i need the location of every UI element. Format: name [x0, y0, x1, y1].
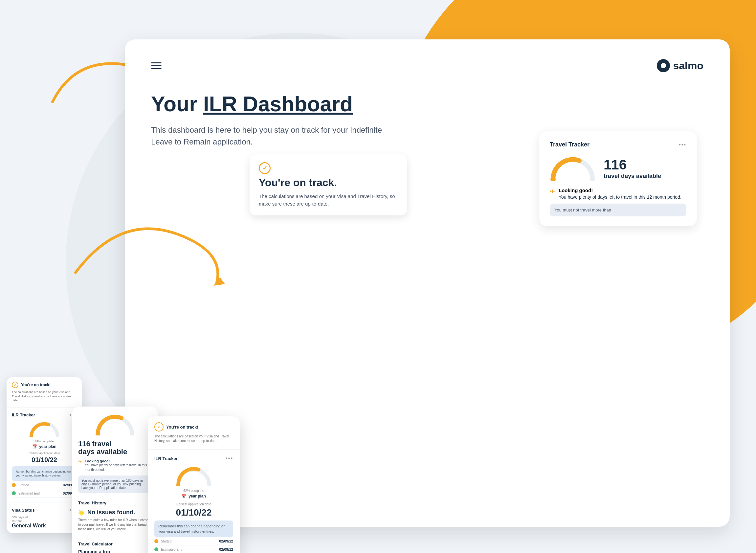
calendar-icon-small: 📅: [32, 444, 37, 449]
on-track-title: You're on track.: [259, 177, 398, 189]
small-estimated-row: Estimated End 02/09/12: [12, 489, 77, 497]
hero-subtitle: This dashboard is here to help you stay …: [151, 124, 397, 148]
status-dot-orange: [12, 483, 16, 487]
no-issues-emoji: 🌟: [78, 509, 85, 516]
checkmark-icon: ✓: [259, 162, 271, 174]
small-percent: 62% complete: [12, 440, 77, 443]
mid-tc-subtitle: Planning a trip: [78, 549, 152, 553]
small-started-row: Started 02/09/12: [12, 481, 77, 489]
ilr-tracker-title: ILR Tracker •••: [154, 456, 233, 461]
mid-warning: You must not travel more than 180 days i…: [78, 475, 152, 493]
looking-good-text: Looking good! You have plenty of days le…: [558, 187, 681, 200]
small-note: Remember this can change depending on yo…: [12, 466, 77, 481]
mid-th-desc: There are quite a few rules for ILR when…: [78, 518, 152, 532]
small-earliest-label: Earliest application date: [12, 452, 77, 455]
arc-svg: [550, 155, 596, 182]
mid-tc-title: Travel Calculator ••: [78, 541, 152, 546]
looking-good-desc: You have plenty of days left to travel i…: [558, 194, 681, 200]
phone-left: ✓ You're on track! The calculations are …: [7, 377, 82, 533]
travel-days-number: 116: [604, 157, 661, 172]
small-year-plan: 📅 year plan: [12, 444, 77, 449]
travel-days-info: 116 travel days available: [604, 157, 661, 179]
menu-button[interactable]: [151, 62, 162, 69]
small-ilr-title: ILR Tracker •••: [12, 412, 77, 418]
arc-wrap: 116 travel days available: [550, 155, 686, 182]
looking-good-title: Looking good!: [558, 187, 681, 193]
ilr-on-track-label: You're on track!: [166, 424, 198, 429]
small-on-track-label: You're on track!: [21, 383, 51, 387]
ilr-estimated-row: Estimated End 02/09/12: [154, 545, 233, 553]
title-prefix: Your: [151, 92, 203, 116]
travel-tracker-section: Travel Tracker ••• 116: [539, 131, 697, 226]
small-visa-type: General Work: [12, 523, 77, 529]
mid-th-title: Travel History •: [78, 499, 152, 506]
travel-tracker-menu[interactable]: •••: [679, 142, 686, 148]
logo-text: salmo: [673, 60, 703, 72]
small-days-left: 300 days left: [12, 516, 77, 519]
on-track-desc: The calculations are based on your Visa …: [259, 193, 398, 208]
ilr-status-green: [154, 547, 158, 551]
page-title: Your ILR Dashboard: [151, 92, 703, 116]
status-dot-green: [12, 491, 16, 495]
phone-ilr: ✓ You're on track! The calculations are …: [148, 416, 240, 553]
small-earliest-date: 01/10/22: [12, 456, 77, 464]
mid-no-issues: 🌟 No issues found.: [78, 509, 152, 516]
ilr-on-track-text: The calculations are based on your Visa …: [154, 434, 233, 443]
mid-plane-icon: ✈: [78, 459, 82, 464]
mid-days-num: 116 traveldays available: [78, 440, 152, 456]
travel-days-label: travel days available: [604, 173, 661, 180]
mid-looking-good-title: Looking good!: [85, 459, 152, 463]
header: salmo: [151, 59, 703, 72]
warning-text: You must not travel more than: [554, 208, 611, 213]
ilr-earliest-label: Earliest application date: [154, 502, 233, 506]
phone-mid: 116 traveldays available ✈ Looking good!…: [72, 406, 158, 553]
travel-tracker-header: Travel Tracker •••: [550, 141, 686, 148]
ilr-note: Remember this can change depending on yo…: [154, 521, 233, 537]
ilr-check-icon: ✓: [154, 422, 163, 431]
ilr-year-plan-badge: 📅 year plan: [154, 494, 233, 498]
on-track-card: ✓ You're on track. The calculations are …: [249, 154, 407, 216]
small-visa-title: Visa Status •••: [12, 507, 77, 513]
ilr-tracker-dots[interactable]: •••: [226, 456, 233, 461]
ilr-earliest-date: 01/10/22: [154, 507, 233, 518]
mid-looking-good-text: You have plenty of days left to travel i…: [85, 463, 152, 472]
ilr-percent: 62% complete: [154, 489, 233, 492]
logo-icon: [657, 59, 670, 72]
travel-tracker-card: Travel Tracker ••• 116: [539, 131, 697, 226]
small-on-track-text: The calculations are based on your Visa …: [12, 390, 77, 403]
logo: salmo: [657, 59, 703, 72]
calendar-icon-ilr: 📅: [181, 494, 186, 498]
plane-icon: ✈: [550, 187, 555, 195]
small-check-icon: ✓: [12, 382, 18, 388]
ilr-status-orange: [154, 539, 158, 543]
small-current-label: Current: [12, 520, 77, 523]
ilr-started-row: Started 02/09/12: [154, 537, 233, 545]
travel-tracker-title: Travel Tracker: [550, 141, 590, 148]
title-highlight: ILR Dashboard: [203, 92, 353, 116]
looking-good-section: ✈ Looking good! You have plenty of days …: [550, 187, 686, 200]
warning-box: You must not travel more than: [550, 204, 686, 216]
